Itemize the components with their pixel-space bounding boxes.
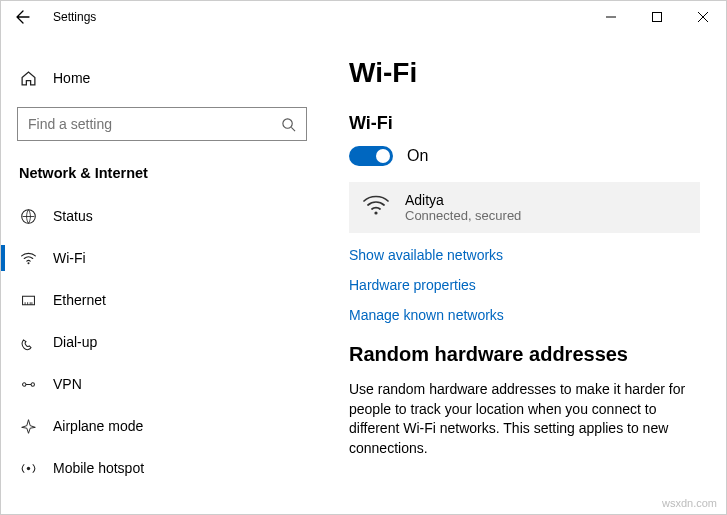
- section-heading: Network & Internet: [1, 159, 323, 195]
- sidebar: Home Network & Internet Status Wi-: [1, 33, 323, 514]
- sidebar-item-dialup[interactable]: Dial-up: [1, 321, 323, 363]
- titlebar: Settings: [1, 1, 726, 33]
- wifi-signal-icon: [363, 195, 389, 221]
- sidebar-item-wifi[interactable]: Wi-Fi: [1, 237, 323, 279]
- sidebar-item-label: Mobile hotspot: [53, 460, 144, 476]
- settings-window: Settings Home: [0, 0, 727, 515]
- wifi-icon: [19, 249, 37, 267]
- maximize-icon: [652, 12, 662, 22]
- sidebar-item-label: Status: [53, 208, 93, 224]
- wifi-toggle[interactable]: [349, 146, 393, 166]
- svg-point-3: [27, 262, 29, 264]
- show-available-networks-link[interactable]: Show available networks: [349, 247, 700, 263]
- dialup-icon: [19, 333, 37, 351]
- search-icon: [281, 117, 296, 132]
- manage-known-networks-link[interactable]: Manage known networks: [349, 307, 700, 323]
- back-arrow-icon: [15, 9, 31, 25]
- svg-point-7: [26, 466, 29, 469]
- sidebar-item-hotspot[interactable]: Mobile hotspot: [1, 447, 323, 489]
- svg-rect-4: [22, 296, 34, 305]
- svg-point-8: [374, 211, 377, 214]
- sidebar-item-vpn[interactable]: VPN: [1, 363, 323, 405]
- toggle-knob-icon: [376, 149, 390, 163]
- ethernet-icon: [19, 291, 37, 309]
- maximize-button[interactable]: [634, 1, 680, 33]
- watermark: wsxdn.com: [662, 497, 717, 509]
- minimize-button[interactable]: [588, 1, 634, 33]
- wifi-toggle-state: On: [407, 147, 428, 165]
- close-icon: [698, 12, 708, 22]
- hotspot-icon: [19, 459, 37, 477]
- airplane-icon: [19, 417, 37, 435]
- page-title: Wi-Fi: [349, 57, 700, 89]
- sidebar-item-label: Airplane mode: [53, 418, 143, 434]
- random-hw-heading: Random hardware addresses: [349, 343, 700, 366]
- home-icon: [19, 69, 37, 87]
- wifi-section-heading: Wi-Fi: [349, 113, 700, 134]
- sidebar-item-label: Dial-up: [53, 334, 97, 350]
- home-nav[interactable]: Home: [1, 57, 323, 99]
- search-box[interactable]: [17, 107, 307, 141]
- close-button[interactable]: [680, 1, 726, 33]
- minimize-icon: [606, 12, 616, 22]
- sidebar-item-status[interactable]: Status: [1, 195, 323, 237]
- svg-rect-0: [653, 13, 662, 22]
- home-label: Home: [53, 70, 90, 86]
- svg-point-1: [283, 118, 292, 127]
- search-input[interactable]: [28, 116, 281, 132]
- status-icon: [19, 207, 37, 225]
- sidebar-item-label: VPN: [53, 376, 82, 392]
- back-button[interactable]: [9, 3, 37, 31]
- vpn-icon: [19, 375, 37, 393]
- sidebar-item-label: Ethernet: [53, 292, 106, 308]
- window-title: Settings: [53, 10, 96, 24]
- sidebar-item-airplane[interactable]: Airplane mode: [1, 405, 323, 447]
- svg-point-5: [22, 382, 25, 385]
- network-ssid: Aditya: [405, 192, 521, 208]
- sidebar-item-label: Wi-Fi: [53, 250, 86, 266]
- current-network-card[interactable]: Aditya Connected, secured: [349, 182, 700, 233]
- sidebar-item-ethernet[interactable]: Ethernet: [1, 279, 323, 321]
- main-content: Wi-Fi Wi-Fi On Aditya Connected, secured…: [323, 33, 726, 514]
- network-status: Connected, secured: [405, 208, 521, 223]
- random-hw-description: Use random hardware addresses to make it…: [349, 380, 700, 458]
- svg-point-6: [31, 382, 34, 385]
- hardware-properties-link[interactable]: Hardware properties: [349, 277, 700, 293]
